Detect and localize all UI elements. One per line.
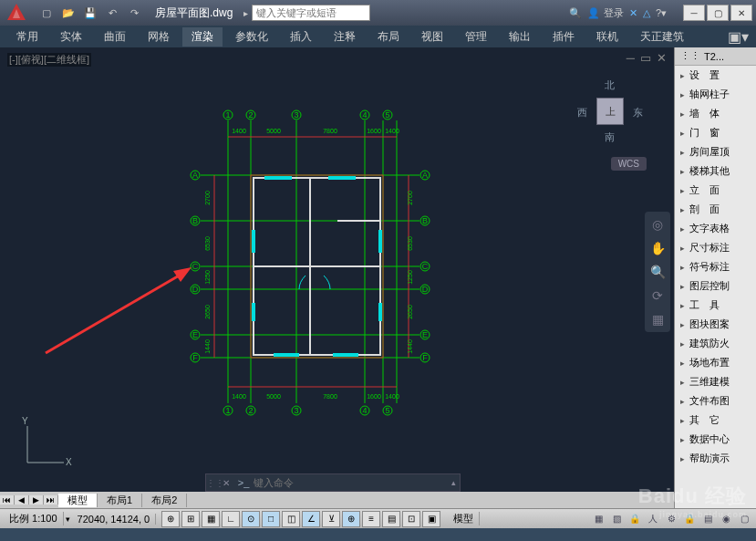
cloud-icon[interactable]: △ xyxy=(643,7,650,19)
3dosnap-icon[interactable]: ◫ xyxy=(282,511,300,527)
expand-icon[interactable]: ▸ xyxy=(680,282,689,291)
tab-plugins[interactable]: 插件 xyxy=(544,27,584,47)
viewport-close-icon[interactable]: ✕ xyxy=(657,51,667,65)
tab-prev-icon[interactable]: ◀ xyxy=(15,495,29,505)
palette-item-4[interactable]: ▸房间屋顶 xyxy=(675,142,756,161)
pan-icon[interactable]: ✋ xyxy=(650,241,666,255)
new-icon[interactable]: ▢ xyxy=(36,4,57,22)
expand-icon[interactable]: ▸ xyxy=(680,90,689,99)
redo-icon[interactable]: ↷ xyxy=(124,4,144,22)
tab-render[interactable]: 渲染 xyxy=(182,27,223,47)
ducs-icon[interactable]: ⊻ xyxy=(322,511,340,527)
dyn-icon[interactable]: ⊕ xyxy=(342,511,360,527)
palette-item-13[interactable]: ▸图块图案 xyxy=(675,315,756,334)
expand-icon[interactable]: ▸ xyxy=(680,359,689,368)
expand-icon[interactable]: ▸ xyxy=(680,224,689,234)
palette-item-12[interactable]: ▸工 具 xyxy=(675,296,756,315)
palette-item-7[interactable]: ▸剖 面 xyxy=(675,200,756,219)
cmdline-dropdown-icon[interactable]: ▴ xyxy=(448,478,460,487)
tab-view[interactable]: 视图 xyxy=(412,27,452,47)
viewcube-west[interactable]: 西 xyxy=(577,106,587,120)
annotation-scale-icon[interactable]: 🔒 xyxy=(627,512,643,526)
tab-common[interactable]: 常用 xyxy=(7,27,47,47)
viewport-restore-icon[interactable]: ▭ xyxy=(640,51,651,65)
grid-icon[interactable]: ▦ xyxy=(202,511,220,527)
orbit-icon[interactable]: ⟳ xyxy=(652,288,663,303)
command-line[interactable]: ⋮⋮ ✕ >_ ▴ xyxy=(205,473,461,492)
palette-item-2[interactable]: ▸墙 体 xyxy=(675,104,756,123)
ortho-icon[interactable]: ∟ xyxy=(222,511,240,527)
sc-icon[interactable]: ▣ xyxy=(422,511,440,527)
toolbar-lock-icon[interactable]: 🔒 xyxy=(681,512,698,526)
lwt-icon[interactable]: ≡ xyxy=(362,511,380,527)
palette-item-5[interactable]: ▸楼梯其他 xyxy=(675,161,756,181)
tab-parametric[interactable]: 参数化 xyxy=(226,27,277,47)
tab-next-icon[interactable]: ▶ xyxy=(29,495,44,505)
expand-icon[interactable]: ▸ xyxy=(680,129,689,138)
command-input[interactable] xyxy=(254,477,448,488)
polar-icon[interactable]: ⊙ xyxy=(242,511,260,527)
expand-icon[interactable]: ▸ xyxy=(680,186,689,195)
wcs-badge[interactable]: WCS xyxy=(611,157,647,171)
expand-icon[interactable]: ▸ xyxy=(680,339,689,349)
viewport-label[interactable]: [-][俯视][二维线框] xyxy=(7,53,91,67)
quickview-drawings-icon[interactable]: ▧ xyxy=(608,512,625,526)
quickview-layouts-icon[interactable]: ▦ xyxy=(590,512,606,526)
viewcube-south[interactable]: 南 xyxy=(605,130,615,144)
expand-icon[interactable]: ▸ xyxy=(680,148,689,157)
expand-icon[interactable]: ▸ xyxy=(680,301,689,310)
expand-icon[interactable]: ▸ xyxy=(680,71,689,80)
search-input[interactable] xyxy=(252,5,370,21)
steering-wheel-icon[interactable]: ◎ xyxy=(652,217,663,232)
expand-icon[interactable]: ▸ xyxy=(680,109,689,119)
close-button[interactable]: ✕ xyxy=(730,5,752,21)
layout-tab-1[interactable]: 布局1 xyxy=(98,494,142,507)
layout-tab-2[interactable]: 布局2 xyxy=(142,494,187,507)
scale-dropdown-icon[interactable]: ▾ xyxy=(66,515,70,524)
open-icon[interactable]: 📂 xyxy=(58,4,78,22)
expand-icon[interactable]: ▸ xyxy=(680,205,689,214)
viewcube-east[interactable]: 东 xyxy=(633,106,643,120)
palette-item-19[interactable]: ▸数据中心 xyxy=(675,430,756,449)
save-icon[interactable]: 💾 xyxy=(80,4,100,22)
tab-annotate[interactable]: 注释 xyxy=(325,27,365,47)
palette-grip-icon[interactable]: ⋮⋮ xyxy=(680,50,700,62)
clean-screen-icon[interactable]: ▢ xyxy=(736,512,752,526)
tab-insert[interactable]: 插入 xyxy=(281,27,321,47)
palette-title[interactable]: ⋮⋮ T2... xyxy=(675,47,756,66)
expand-icon[interactable]: ▸ xyxy=(680,320,689,329)
expand-icon[interactable]: ▸ xyxy=(680,244,689,253)
snap-icon[interactable]: ⊞ xyxy=(181,511,200,527)
otrack-icon[interactable]: ∠ xyxy=(302,511,320,527)
viewcube-north[interactable]: 北 xyxy=(605,78,615,92)
expand-icon[interactable]: ▸ xyxy=(680,263,689,272)
palette-item-14[interactable]: ▸建筑防火 xyxy=(675,334,756,353)
ucs-icon[interactable]: X Y xyxy=(18,417,73,472)
palette-item-6[interactable]: ▸立 面 xyxy=(675,181,756,200)
showmotion-icon[interactable]: ▦ xyxy=(652,312,664,327)
tab-online[interactable]: 联机 xyxy=(587,27,627,47)
palette-item-8[interactable]: ▸文字表格 xyxy=(675,219,756,238)
cmdline-grip-icon[interactable]: ⋮⋮ xyxy=(206,478,219,488)
expand-icon[interactable]: ▸ xyxy=(680,378,689,387)
exchange-icon[interactable]: ✕ xyxy=(629,7,637,19)
tpy-icon[interactable]: ▤ xyxy=(382,511,400,527)
tab-last-icon[interactable]: ⏭ xyxy=(44,495,58,505)
search-icon[interactable]: 🔍 xyxy=(569,7,582,19)
palette-item-9[interactable]: ▸尺寸标注 xyxy=(675,238,756,257)
tab-manage[interactable]: 管理 xyxy=(456,27,496,47)
cmdline-close-icon[interactable]: ✕ xyxy=(219,478,233,488)
minimize-button[interactable]: ─ xyxy=(683,5,705,21)
palette-item-3[interactable]: ▸门 窗 xyxy=(675,123,756,142)
palette-item-1[interactable]: ▸轴网柱子 xyxy=(675,85,756,104)
isolate-icon[interactable]: ◉ xyxy=(718,512,734,526)
viewcube-top-face[interactable]: 上 xyxy=(596,98,624,125)
viewcube[interactable]: 北 南 东 西 上 xyxy=(574,75,647,148)
palette-item-17[interactable]: ▸文件布图 xyxy=(675,391,756,411)
tab-solid[interactable]: 实体 xyxy=(51,27,91,47)
help-icon[interactable]: ?▾ xyxy=(656,7,667,19)
workspace-icon[interactable]: ⚙ xyxy=(663,512,679,526)
maximize-button[interactable]: ▢ xyxy=(707,5,729,21)
tab-layout[interactable]: 布局 xyxy=(368,27,409,47)
viewport-minimize-icon[interactable]: ─ xyxy=(627,51,635,65)
